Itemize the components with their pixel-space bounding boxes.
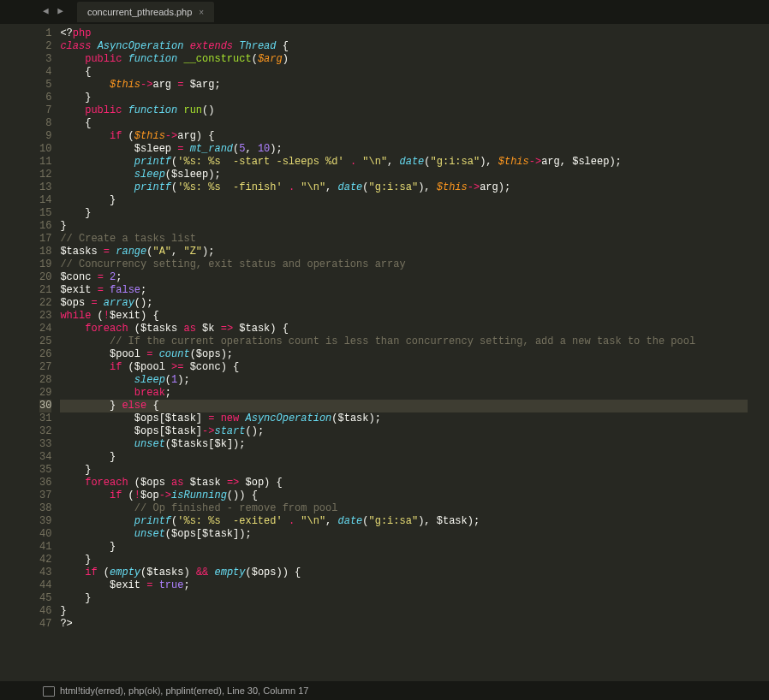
code-line[interactable]: } bbox=[60, 207, 748, 220]
code-line[interactable]: while (!$exit) { bbox=[60, 310, 748, 323]
code-line[interactable]: if ($this->arg) { bbox=[60, 130, 748, 143]
line-number: 17 bbox=[39, 233, 51, 246]
line-number: 37 bbox=[39, 489, 51, 502]
close-icon[interactable]: × bbox=[199, 8, 204, 17]
line-number: 30 bbox=[39, 400, 51, 412]
code-line[interactable]: // If the current operations count is le… bbox=[60, 335, 748, 348]
line-number: 1 bbox=[39, 27, 51, 40]
line-number: 23 bbox=[39, 310, 51, 323]
code-line[interactable]: if (!$op->isRunning()) { bbox=[60, 489, 748, 502]
status-bar: html!tidy(erred), php(ok), phplint(erred… bbox=[0, 681, 769, 700]
line-number: 46 bbox=[39, 605, 51, 618]
line-number: 6 bbox=[39, 92, 51, 104]
code-line[interactable]: $ops[$task]->start(); bbox=[60, 425, 748, 438]
code-line[interactable]: class AsyncOperation extends Thread { bbox=[60, 40, 748, 53]
code-line[interactable]: } bbox=[60, 605, 748, 618]
line-number: 20 bbox=[39, 271, 51, 284]
line-number: 8 bbox=[39, 117, 51, 130]
code-line[interactable]: unset($tasks[$k]); bbox=[60, 438, 748, 451]
code-line[interactable]: if (empty($tasks) && empty($ops)) { bbox=[60, 567, 748, 579]
line-number: 27 bbox=[39, 361, 51, 374]
line-number: 40 bbox=[39, 528, 51, 541]
line-number: 5 bbox=[39, 79, 51, 92]
code-line[interactable]: public function run() bbox=[60, 104, 748, 117]
code-line[interactable]: // Op finished - remove from pool bbox=[60, 502, 748, 515]
line-number: 38 bbox=[39, 502, 51, 515]
line-number: 19 bbox=[39, 258, 51, 271]
line-number: 43 bbox=[39, 567, 51, 579]
code-line[interactable]: $pool = count($ops); bbox=[60, 348, 748, 361]
title-bar: ◀ ▶ concurrent_pthreads.php × bbox=[0, 0, 769, 24]
code-line[interactable]: { bbox=[60, 117, 748, 130]
line-number: 11 bbox=[39, 156, 51, 169]
code-line[interactable]: } bbox=[60, 451, 748, 464]
line-number: 41 bbox=[39, 541, 51, 554]
code-line[interactable]: $conc = 2; bbox=[60, 271, 748, 284]
line-number: 34 bbox=[39, 451, 51, 464]
code-line[interactable]: $ops[$task] = new AsyncOperation($task); bbox=[60, 412, 748, 425]
line-number: 22 bbox=[39, 297, 51, 310]
line-number: 33 bbox=[39, 438, 51, 451]
tab-title: concurrent_pthreads.php bbox=[87, 7, 192, 17]
code-line[interactable]: if ($pool >= $conc) { bbox=[60, 361, 748, 374]
line-number: 3 bbox=[39, 53, 51, 66]
code-line[interactable]: printf('%s: %s -exited' . "\n", date("g:… bbox=[60, 515, 748, 528]
line-number: 7 bbox=[39, 104, 51, 117]
line-number: 9 bbox=[39, 130, 51, 143]
line-number: 4 bbox=[39, 66, 51, 79]
editor: 1234567891011121314151617181920212223242… bbox=[0, 24, 769, 681]
line-number: 14 bbox=[39, 194, 51, 207]
nav-arrows[interactable]: ◀ ▶ bbox=[43, 5, 65, 16]
code-line[interactable]: <?php bbox=[60, 27, 748, 40]
line-number: 29 bbox=[39, 387, 51, 400]
line-number: 12 bbox=[39, 169, 51, 181]
code-line[interactable]: } bbox=[60, 92, 748, 104]
code-line[interactable]: $exit = false; bbox=[60, 284, 748, 297]
code-line[interactable]: foreach ($tasks as $k => $task) { bbox=[60, 323, 748, 335]
code-line[interactable]: break; bbox=[60, 387, 748, 400]
code-line[interactable]: } else { bbox=[60, 400, 748, 412]
line-number: 35 bbox=[39, 464, 51, 477]
code-line[interactable]: sleep($sleep); bbox=[60, 169, 748, 181]
code-line[interactable]: sleep(1); bbox=[60, 374, 748, 387]
code-line[interactable]: printf('%s: %s -finish' . "\n", date("g:… bbox=[60, 181, 748, 194]
code-line[interactable]: $exit = true; bbox=[60, 579, 748, 592]
line-number: 18 bbox=[39, 246, 51, 258]
code-line[interactable]: $ops = array(); bbox=[60, 297, 748, 310]
line-number: 10 bbox=[39, 143, 51, 156]
code-line[interactable]: } bbox=[60, 554, 748, 567]
line-number: 13 bbox=[39, 181, 51, 194]
line-number: 16 bbox=[39, 220, 51, 233]
line-number: 26 bbox=[39, 348, 51, 361]
tab-active[interactable]: concurrent_pthreads.php × bbox=[77, 2, 214, 22]
code-line[interactable]: // Create a tasks list bbox=[60, 233, 748, 246]
line-number: 36 bbox=[39, 477, 51, 489]
line-number: 2 bbox=[39, 40, 51, 53]
code-line[interactable]: } bbox=[60, 541, 748, 554]
code-line[interactable]: { bbox=[60, 66, 748, 79]
code-line[interactable]: printf('%s: %s -start -sleeps %d' . "\n"… bbox=[60, 156, 748, 169]
code-line[interactable]: // Concurrency setting, exit status and … bbox=[60, 258, 748, 271]
code-line[interactable]: unset($ops[$task]); bbox=[60, 528, 748, 541]
code-line[interactable]: $sleep = mt_rand(5, 10); bbox=[60, 143, 748, 156]
code-line[interactable]: } bbox=[60, 220, 748, 233]
minimap[interactable] bbox=[748, 24, 769, 681]
code-area[interactable]: <?phpclass AsyncOperation extends Thread… bbox=[60, 24, 748, 681]
code-line[interactable]: } bbox=[60, 592, 748, 605]
code-line[interactable]: } bbox=[60, 464, 748, 477]
panel-icon[interactable] bbox=[43, 686, 55, 697]
code-line[interactable]: $this->arg = $arg; bbox=[60, 79, 748, 92]
line-number: 42 bbox=[39, 554, 51, 567]
code-line[interactable]: public function __construct($arg) bbox=[60, 53, 748, 66]
status-text: html!tidy(erred), php(ok), phplint(erred… bbox=[60, 685, 308, 696]
code-line[interactable]: } bbox=[60, 194, 748, 207]
line-number: 45 bbox=[39, 592, 51, 605]
code-line[interactable]: foreach ($ops as $task => $op) { bbox=[60, 477, 748, 489]
line-number: 44 bbox=[39, 579, 51, 592]
line-number: 28 bbox=[39, 374, 51, 387]
code-line[interactable]: $tasks = range("A", "Z"); bbox=[60, 246, 748, 258]
line-number: 21 bbox=[39, 284, 51, 297]
tab-bar: concurrent_pthreads.php × bbox=[77, 2, 214, 22]
code-line[interactable]: ?> bbox=[60, 618, 748, 631]
line-number: 39 bbox=[39, 515, 51, 528]
